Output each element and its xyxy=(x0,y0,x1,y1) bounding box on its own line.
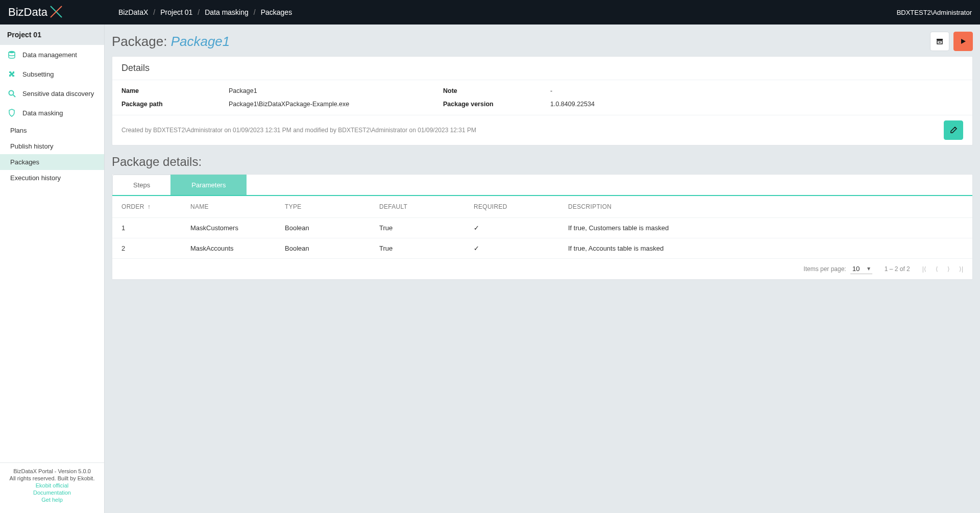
svg-point-0 xyxy=(9,51,15,53)
cell-required: ✓ xyxy=(474,245,568,252)
puzzle-icon xyxy=(7,69,16,79)
cell-description: If true, Customers table is masked xyxy=(568,224,963,232)
sidebar-item-data-management[interactable]: Data management xyxy=(0,45,104,64)
svg-point-1 xyxy=(9,91,14,95)
sidebar-project-title: Project 01 xyxy=(0,25,104,45)
audit-text: Created by BDXTEST2\Administrator on 01/… xyxy=(121,127,476,134)
cell-order: 2 xyxy=(121,245,190,252)
page-title-prefix: Package: xyxy=(112,34,171,49)
breadcrumb-sep: / xyxy=(254,8,256,16)
col-order-label: ORDER xyxy=(121,203,144,210)
search-icon xyxy=(7,89,16,98)
card-footer: Created by BDXTEST2\Administrator on 01/… xyxy=(112,115,972,145)
breadcrumb: BizDataX / Project 01 / Data masking / P… xyxy=(105,8,292,16)
prev-page-button[interactable]: ⟨ xyxy=(936,265,938,273)
archive-button[interactable] xyxy=(930,32,949,51)
detail-path-value: Package1\BizDataXPackage-Example.exe xyxy=(229,101,443,108)
run-button[interactable] xyxy=(953,32,973,51)
breadcrumb-link-0[interactable]: BizDataX xyxy=(118,8,148,16)
tab-parameters[interactable]: Parameters xyxy=(170,175,247,195)
footer-link-documentation[interactable]: Documentation xyxy=(6,490,98,496)
detail-note-label: Note xyxy=(443,87,550,94)
details-heading: Details xyxy=(112,57,972,80)
breadcrumb-link-3[interactable]: Packages xyxy=(261,8,292,16)
footer-version: BizDataX Portal - Version 5.0.0 xyxy=(6,468,98,474)
sidebar-sub-publish-history[interactable]: Publish history xyxy=(0,138,104,154)
sort-asc-icon: ↑ xyxy=(148,203,151,210)
sidebar: Project 01 Data management Subsetting Se… xyxy=(0,25,105,513)
cell-type: Boolean xyxy=(285,245,379,252)
items-per-page-label: Items per page: xyxy=(803,265,846,273)
table-header: ORDER ↑ NAME TYPE DEFAULT REQUIRED DESCR… xyxy=(112,196,972,218)
detail-note-value: - xyxy=(550,87,963,94)
breadcrumb-link-1[interactable]: Project 01 xyxy=(160,8,192,16)
svg-rect-3 xyxy=(937,39,943,40)
last-page-button[interactable]: ⟩| xyxy=(959,265,963,273)
cell-description: If true, Accounts table is masked xyxy=(568,245,963,252)
page-title: Package: Package1 xyxy=(112,34,230,50)
sidebar-item-label: Subsetting xyxy=(22,70,54,78)
col-required[interactable]: REQUIRED xyxy=(474,203,568,210)
logo: BizData xyxy=(8,4,105,21)
col-type[interactable]: TYPE xyxy=(285,203,379,210)
database-icon xyxy=(7,50,16,59)
parameters-table: ORDER ↑ NAME TYPE DEFAULT REQUIRED DESCR… xyxy=(112,196,972,279)
detail-name-value: Package1 xyxy=(229,87,443,94)
cell-default: True xyxy=(379,245,474,252)
check-icon: ✓ xyxy=(474,245,479,252)
edit-button[interactable] xyxy=(944,120,963,140)
pagination-nav: |⟨ ⟨ ⟩ ⟩| xyxy=(922,265,963,273)
next-page-button[interactable]: ⟩ xyxy=(947,265,950,273)
user-display[interactable]: BDXTEST2\Administrator xyxy=(897,9,972,16)
page-title-row: Package: Package1 xyxy=(112,32,973,51)
check-icon: ✓ xyxy=(474,224,479,232)
sidebar-sub-execution-history[interactable]: Execution history xyxy=(0,170,104,186)
cell-default: True xyxy=(379,224,474,232)
section-title: Package details: xyxy=(112,155,973,169)
sidebar-item-sensitive-data-discovery[interactable]: Sensitive data discovery xyxy=(0,84,104,103)
table-row: 1 MaskCustomers Boolean True ✓ If true, … xyxy=(112,218,972,238)
cell-type: Boolean xyxy=(285,224,379,232)
first-page-button[interactable]: |⟨ xyxy=(922,265,926,273)
detail-name-label: Name xyxy=(121,87,229,94)
topbar: BizData BizDataX / Project 01 / Data mas… xyxy=(0,0,980,25)
footer-rights: All rights reserved. Built by Ekobit. xyxy=(6,475,98,481)
col-order[interactable]: ORDER ↑ xyxy=(121,203,190,210)
table-row: 2 MaskAccounts Boolean True ✓ If true, A… xyxy=(112,238,972,259)
page-size-select[interactable]: 10 xyxy=(850,264,872,274)
page-size-control: Items per page: 10 xyxy=(803,264,872,274)
shield-icon xyxy=(7,108,16,117)
col-description[interactable]: DESCRIPTION xyxy=(568,203,963,210)
sidebar-item-label: Data masking xyxy=(22,109,63,117)
sidebar-sub-plans[interactable]: Plans xyxy=(0,123,104,138)
logo-x-icon xyxy=(48,4,64,21)
footer-link-get-help[interactable]: Get help xyxy=(6,497,98,503)
package-details-panel: Steps Parameters ORDER ↑ NAME TYPE DEFAU… xyxy=(112,174,973,280)
paginator: Items per page: 10 1 – 2 of 2 |⟨ ⟨ ⟩ ⟩| xyxy=(112,259,972,279)
sidebar-footer: BizDataX Portal - Version 5.0.0 All righ… xyxy=(0,462,104,513)
cell-order: 1 xyxy=(121,224,190,232)
content: Package: Package1 Details Name Package1 … xyxy=(105,25,980,513)
breadcrumb-link-2[interactable]: Data masking xyxy=(205,8,249,16)
detail-version-value: 1.0.8409.22534 xyxy=(550,101,963,108)
svg-line-2 xyxy=(13,95,15,97)
details-grid: Name Package1 Note - Package path Packag… xyxy=(112,80,972,115)
sidebar-item-data-masking[interactable]: Data masking xyxy=(0,103,104,123)
sidebar-item-label: Data management xyxy=(22,51,77,59)
col-default[interactable]: DEFAULT xyxy=(379,203,474,210)
sidebar-item-subsetting[interactable]: Subsetting xyxy=(0,64,104,84)
details-card: Details Name Package1 Note - Package pat… xyxy=(112,56,973,145)
tab-steps[interactable]: Steps xyxy=(112,175,171,195)
breadcrumb-sep: / xyxy=(153,8,155,16)
logo-text: BizData xyxy=(8,6,47,19)
page-title-name: Package1 xyxy=(171,34,230,49)
svg-rect-5 xyxy=(939,42,941,43)
breadcrumb-sep: / xyxy=(198,8,200,16)
cell-name: MaskAccounts xyxy=(190,245,285,252)
tabs: Steps Parameters xyxy=(112,175,972,196)
col-name[interactable]: NAME xyxy=(190,203,285,210)
sidebar-item-label: Sensitive data discovery xyxy=(22,90,94,97)
sidebar-sub-packages[interactable]: Packages xyxy=(0,154,104,170)
cell-name: MaskCustomers xyxy=(190,224,285,232)
footer-link-ekobit[interactable]: Ekobit official xyxy=(6,482,98,488)
